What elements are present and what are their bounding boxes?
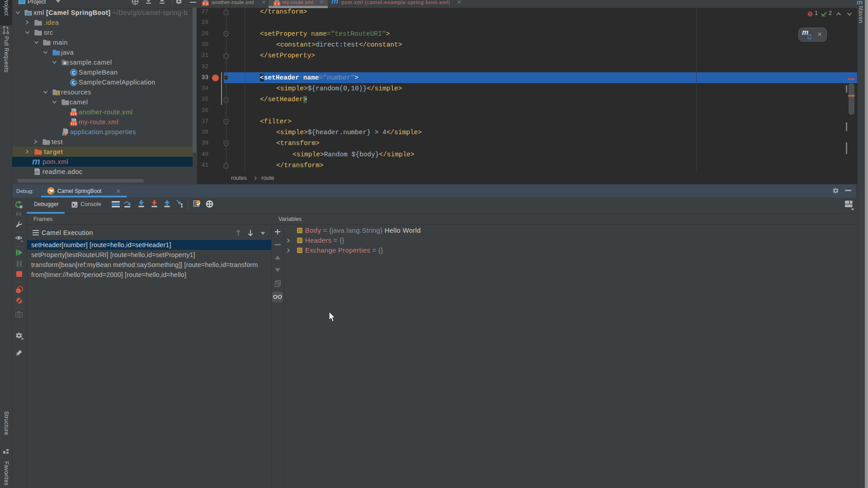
svg-text:C: C xyxy=(72,70,75,75)
svg-text:9: 9 xyxy=(19,212,22,217)
